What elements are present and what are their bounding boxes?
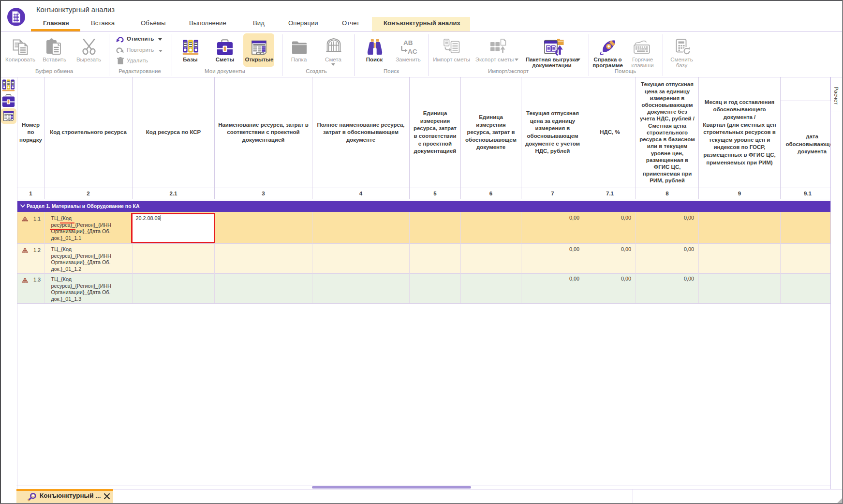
svg-text:AB: AB <box>403 40 413 46</box>
svg-text:AC: AC <box>408 48 417 55</box>
